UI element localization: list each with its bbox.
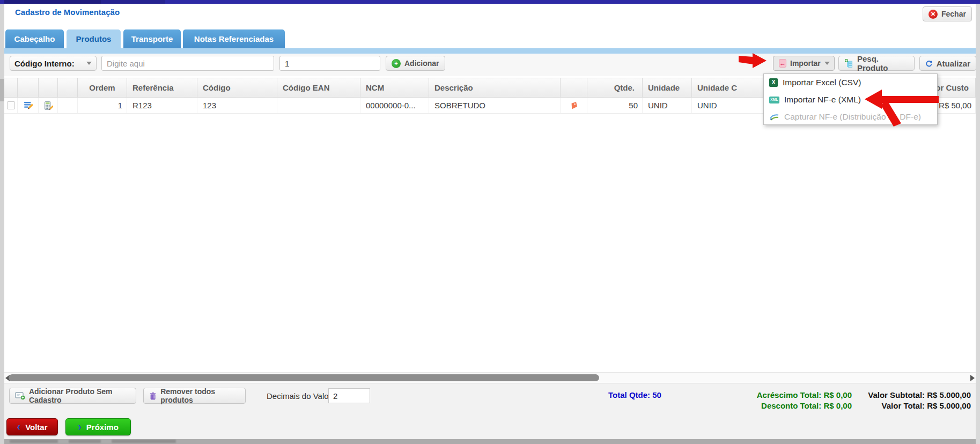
page-title: Cadastro de Movimentação bbox=[15, 8, 120, 17]
row-select-cell bbox=[4, 98, 18, 113]
row-qtde: 50 bbox=[587, 98, 643, 113]
active-tab-strip bbox=[4, 48, 976, 54]
cadastro-movimentacao-window: Cadastro de Movimentação ✕ Fechar Cabeça… bbox=[0, 0, 980, 444]
quantity-input[interactable] bbox=[279, 56, 380, 71]
row-unidade-c: UNID bbox=[692, 98, 775, 113]
tab-produtos[interactable]: Produtos bbox=[67, 29, 121, 48]
products-toolbar: Código Interno: + Adicionar ← Importar bbox=[4, 54, 976, 76]
product-search-input[interactable] bbox=[101, 56, 274, 71]
row-edit-cell bbox=[18, 98, 39, 113]
chevron-down-icon bbox=[86, 62, 92, 65]
menu-item-capturar-nfe-dfe: Capturar NF-e (Distribuição de DF-e) bbox=[764, 108, 937, 125]
tab-notas-referenciadas[interactable]: Notas Referenciadas bbox=[183, 29, 285, 48]
import-button[interactable]: ← Importar bbox=[773, 56, 835, 71]
refresh-button[interactable]: Atualizar bbox=[919, 56, 976, 71]
import-dropdown-menu: X Importar Excel (CSV) XML Importar NF-e… bbox=[763, 73, 938, 125]
valor-total: Valor Total: R$ 5.000,00 bbox=[868, 401, 971, 411]
col-referencia[interactable]: Referência bbox=[127, 78, 197, 97]
chevron-left-icon: ‹ bbox=[17, 421, 20, 432]
scroll-right-icon[interactable] bbox=[970, 375, 975, 381]
search-product-button[interactable]: Pesq. Produto bbox=[838, 56, 915, 71]
tag-icon bbox=[569, 100, 579, 111]
col-codigo[interactable]: Código bbox=[197, 78, 277, 97]
col-unidade-c[interactable]: Unidade C bbox=[692, 78, 775, 97]
valor-subtotal: Valor Subtotal: R$ 5.000,00 bbox=[868, 390, 971, 401]
totals-black: Valor Subtotal: R$ 5.000,00 Valor Total:… bbox=[868, 390, 971, 411]
col-codigo-ean[interactable]: Código EAN bbox=[277, 78, 360, 97]
row-ordem: 1 bbox=[78, 98, 127, 113]
remove-all-products-button[interactable]: Remover todos produtos bbox=[143, 388, 246, 404]
col-qtde[interactable]: Qtde. bbox=[587, 78, 643, 97]
col-edit bbox=[18, 78, 39, 97]
close-label: Fechar bbox=[941, 10, 966, 18]
row-calc-cell bbox=[39, 98, 58, 113]
col-ordem[interactable]: Ordem bbox=[78, 78, 127, 97]
calculator-icon[interactable] bbox=[43, 101, 53, 110]
totals-green: Acréscimo Total: R$ 0,00 Desconto Total:… bbox=[757, 390, 852, 411]
col-descricao[interactable]: Descrição bbox=[429, 78, 561, 97]
col-calc bbox=[39, 78, 58, 97]
col-ncm[interactable]: NCM bbox=[360, 78, 429, 97]
row-unidade: UNID bbox=[643, 98, 692, 113]
total-qty: Total Qtde: 50 bbox=[608, 390, 661, 399]
footer-panel: Adicionar Produto Sem Cadastro Remover t… bbox=[4, 383, 976, 439]
page-left-edge bbox=[0, 4, 4, 444]
page-right-edge bbox=[976, 4, 980, 444]
add-product-no-registration-button[interactable]: Adicionar Produto Sem Cadastro bbox=[9, 388, 136, 404]
add-button[interactable]: + Adicionar bbox=[386, 56, 445, 71]
menu-item-importar-nfe-xml[interactable]: XML Importar NF-e (XML) bbox=[764, 91, 937, 108]
card-plus-icon bbox=[15, 391, 25, 401]
row-referencia: R123 bbox=[127, 98, 197, 113]
col-unidade[interactable]: Unidade bbox=[643, 78, 692, 97]
edit-icon[interactable] bbox=[23, 100, 33, 110]
col-tag bbox=[561, 78, 587, 97]
col-select bbox=[4, 78, 18, 97]
row-descricao: SOBRETUDO bbox=[429, 98, 561, 113]
nfe-capture-icon bbox=[769, 113, 779, 121]
back-button[interactable]: ‹ Voltar bbox=[6, 418, 58, 435]
browser-top-edge bbox=[0, 0, 980, 4]
plus-icon: + bbox=[392, 59, 401, 68]
row-codigo: 123 bbox=[197, 98, 277, 113]
chevron-right-icon: › bbox=[78, 421, 82, 432]
refresh-icon bbox=[925, 58, 933, 69]
row-codigo-ean bbox=[277, 98, 360, 113]
menu-item-importar-excel-csv[interactable]: X Importar Excel (CSV) bbox=[764, 74, 937, 91]
import-arrow-icon: ← bbox=[779, 59, 786, 68]
chevron-down-icon bbox=[824, 62, 830, 65]
scrollbar-thumb[interactable] bbox=[9, 374, 599, 381]
desconto-total: Desconto Total: R$ 0,00 bbox=[757, 401, 852, 411]
page-bottom-edge bbox=[4, 439, 976, 444]
row-ncm: 00000000-0... bbox=[360, 98, 429, 113]
excel-icon: X bbox=[769, 78, 778, 87]
acrescimo-total: Acréscimo Total: R$ 0,00 bbox=[757, 390, 852, 401]
col-extra bbox=[58, 78, 78, 97]
row-tag-cell bbox=[561, 98, 587, 113]
horizontal-scrollbar bbox=[4, 372, 976, 383]
close-button[interactable]: ✕ Fechar bbox=[923, 6, 972, 21]
trash-icon bbox=[149, 391, 157, 401]
row-checkbox[interactable] bbox=[7, 101, 15, 109]
tab-cabecalho[interactable]: Cabeçalho bbox=[5, 29, 64, 48]
xml-icon: XML bbox=[769, 97, 779, 103]
product-list-icon bbox=[844, 58, 853, 68]
decimals-input[interactable] bbox=[328, 388, 370, 403]
tab-transporte[interactable]: Transporte bbox=[123, 29, 181, 48]
decimals-label: Decimais do Valor: bbox=[267, 391, 334, 401]
next-button[interactable]: › Próximo bbox=[65, 418, 131, 435]
close-icon: ✕ bbox=[929, 10, 938, 19]
codigo-interno-select[interactable]: Código Interno: bbox=[10, 56, 97, 71]
